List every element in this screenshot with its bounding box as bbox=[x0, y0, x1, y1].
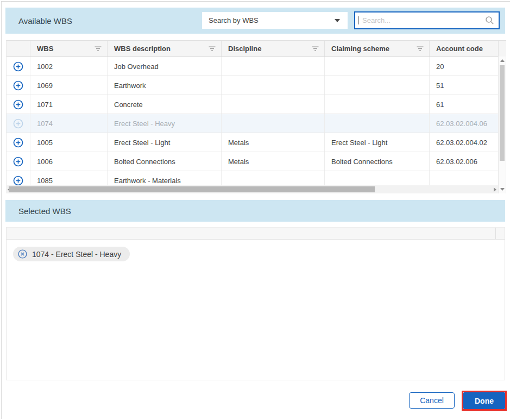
filter-lines-icon[interactable] bbox=[417, 46, 424, 51]
plus-circle-icon bbox=[13, 156, 23, 167]
description-cell: Earthwork - Materials bbox=[108, 171, 222, 186]
description-cell: Job Overhead bbox=[108, 57, 222, 76]
add-cell bbox=[7, 133, 30, 152]
search-box[interactable] bbox=[354, 11, 500, 29]
column-header-wbs-description: WBS description bbox=[108, 41, 222, 57]
table-row-1006[interactable]: 1006Bolted ConnectionsMetalsBolted Conne… bbox=[7, 152, 506, 171]
add-wbs-button[interactable] bbox=[13, 137, 23, 148]
column-header-claiming-scheme: Claiming scheme bbox=[325, 41, 430, 57]
plus-circle-icon bbox=[13, 175, 23, 186]
done-button[interactable]: Done bbox=[463, 392, 505, 409]
column-header-account-code: Account code bbox=[430, 41, 499, 57]
discipline-cell: Metals bbox=[222, 152, 325, 171]
plus-circle-icon bbox=[13, 80, 23, 91]
add-cell bbox=[7, 76, 30, 95]
column-header-discipline: Discipline bbox=[222, 41, 325, 57]
description-cell: Erect Steel - Light bbox=[108, 133, 222, 152]
column-header-wbs: WBS bbox=[30, 41, 108, 57]
discipline-cell bbox=[222, 57, 325, 76]
wbs-cell: 1085 bbox=[30, 171, 108, 186]
available-wbs-title: Available WBS bbox=[18, 16, 72, 26]
search-input[interactable] bbox=[359, 16, 485, 24]
wbs-cell: 1074 bbox=[30, 114, 108, 133]
wbs-cell: 1006 bbox=[30, 152, 108, 171]
vertical-scrollbar-thumb[interactable] bbox=[500, 65, 505, 161]
add-cell bbox=[7, 171, 30, 186]
scroll-down-icon[interactable] bbox=[500, 188, 505, 191]
selected-wbs-chip: 1074 - Erect Steel - Heavy bbox=[13, 247, 130, 261]
header-scrollbar-spacer bbox=[499, 41, 507, 57]
filter-lines-icon[interactable] bbox=[312, 46, 319, 51]
account-code-cell: 62.03.02.004.06 bbox=[430, 114, 499, 133]
cancel-button[interactable]: Cancel bbox=[409, 392, 455, 409]
horizontal-scrollbar[interactable] bbox=[6, 185, 498, 193]
add-cell bbox=[7, 152, 30, 171]
account-code-cell: 62.03.02.004.02 bbox=[430, 133, 499, 152]
discipline-cell bbox=[222, 76, 325, 95]
add-wbs-button[interactable] bbox=[13, 175, 23, 186]
add-cell bbox=[7, 57, 30, 76]
description-cell: Earthwork bbox=[108, 76, 222, 95]
selected-wbs-title: Selected WBS bbox=[18, 206, 71, 216]
vertical-scrollbar[interactable] bbox=[498, 57, 506, 193]
table-body: 1002Job Overhead201069Earthwork511071Con… bbox=[7, 57, 506, 186]
scroll-right-icon[interactable] bbox=[494, 187, 496, 192]
claiming-scheme-cell: Erect Steel - Light bbox=[325, 133, 430, 152]
discipline-cell bbox=[222, 114, 325, 133]
discipline-cell bbox=[222, 95, 325, 114]
chip-label: 1074 - Erect Steel - Heavy bbox=[32, 250, 121, 259]
filter-lines-icon[interactable] bbox=[209, 46, 216, 51]
search-icon bbox=[485, 16, 494, 25]
add-wbs-button[interactable] bbox=[13, 80, 23, 91]
account-code-cell bbox=[430, 171, 499, 186]
add-wbs-button[interactable] bbox=[13, 156, 23, 167]
discipline-cell bbox=[222, 171, 325, 186]
available-wbs-table: WBSWBS descriptionDisciplineClaiming sch… bbox=[6, 40, 506, 186]
done-button-highlight: Done bbox=[462, 391, 507, 411]
account-code-cell: 51 bbox=[430, 76, 499, 95]
search-mode-dropdown[interactable]: Search by WBS bbox=[202, 12, 348, 29]
selected-wbs-header-bar: Selected WBS bbox=[5, 200, 505, 222]
claiming-scheme-cell bbox=[325, 57, 430, 76]
search-mode-value: Search by WBS bbox=[209, 16, 259, 24]
table-row-1005[interactable]: 1005Erect Steel - LightMetalsErect Steel… bbox=[7, 133, 506, 152]
discipline-cell: Metals bbox=[222, 133, 325, 152]
table-row-1085[interactable]: 1085Earthwork - Materials bbox=[7, 171, 506, 186]
x-circle-icon[interactable] bbox=[18, 249, 27, 259]
wbs-cell: 1069 bbox=[30, 76, 108, 95]
column-label: Account code bbox=[436, 45, 483, 53]
column-label: WBS description bbox=[114, 45, 171, 53]
selected-wbs-panel: 1074 - Erect Steel - Heavy bbox=[6, 227, 505, 380]
selected-panel-header bbox=[7, 228, 505, 240]
account-code-cell: 61 bbox=[430, 95, 499, 114]
scroll-up-icon[interactable] bbox=[500, 59, 505, 62]
column-label: Discipline bbox=[228, 45, 261, 53]
table-row-1071[interactable]: 1071Concrete61 bbox=[7, 95, 506, 114]
wbs-cell: 1002 bbox=[30, 57, 108, 76]
add-wbs-button[interactable] bbox=[13, 99, 23, 110]
plus-circle-icon bbox=[13, 61, 23, 72]
filter-lines-icon[interactable] bbox=[95, 46, 102, 51]
claiming-scheme-cell bbox=[325, 171, 430, 186]
wbs-cell: 1005 bbox=[30, 133, 108, 152]
claiming-scheme-cell: Bolted Connections bbox=[325, 152, 430, 171]
plus-circle-icon bbox=[13, 118, 23, 129]
column-label: WBS bbox=[37, 45, 53, 53]
table-row-1002[interactable]: 1002Job Overhead20 bbox=[7, 57, 506, 76]
panel-header-spacer bbox=[495, 228, 505, 239]
claiming-scheme-cell bbox=[325, 114, 430, 133]
table-header-row: WBSWBS descriptionDisciplineClaiming sch… bbox=[7, 41, 506, 57]
chevron-down-icon bbox=[335, 19, 340, 22]
description-cell: Bolted Connections bbox=[108, 152, 222, 171]
column-label: Claiming scheme bbox=[331, 45, 389, 53]
table-row-1074: 1074Erect Steel - Heavy62.03.02.004.06 bbox=[7, 114, 506, 133]
horizontal-scrollbar-thumb[interactable] bbox=[9, 186, 375, 192]
claiming-scheme-cell bbox=[325, 95, 430, 114]
add-wbs-button[interactable] bbox=[13, 61, 23, 72]
account-code-cell: 62.03.02.006 bbox=[430, 152, 499, 171]
table-row-1069[interactable]: 1069Earthwork51 bbox=[7, 76, 506, 95]
add-wbs-button bbox=[13, 118, 23, 129]
description-cell: Erect Steel - Heavy bbox=[108, 114, 222, 133]
add-cell bbox=[7, 95, 30, 114]
selected-chip-area: 1074 - Erect Steel - Heavy bbox=[7, 240, 505, 268]
